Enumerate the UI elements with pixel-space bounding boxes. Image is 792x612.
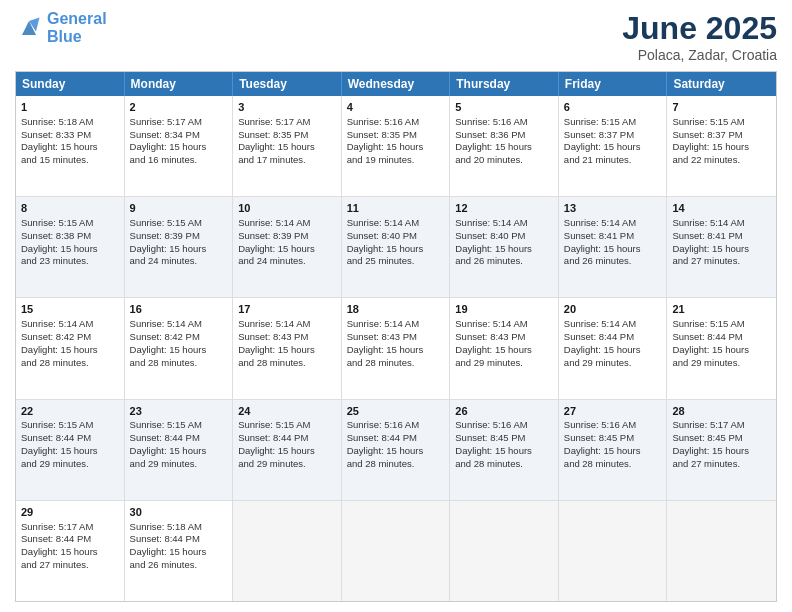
day-info-line: Daylight: 15 hours bbox=[564, 445, 662, 458]
day-info-line: Sunset: 8:37 PM bbox=[672, 129, 771, 142]
day-info-line: Sunset: 8:44 PM bbox=[130, 432, 228, 445]
day-info-line: Sunrise: 5:15 AM bbox=[21, 217, 119, 230]
day-info-line: Daylight: 15 hours bbox=[238, 445, 336, 458]
calendar-row: 8Sunrise: 5:15 AMSunset: 8:38 PMDaylight… bbox=[16, 197, 776, 298]
day-number: 19 bbox=[455, 302, 553, 317]
calendar-row: 1Sunrise: 5:18 AMSunset: 8:33 PMDaylight… bbox=[16, 96, 776, 197]
day-number: 25 bbox=[347, 404, 445, 419]
day-info-line: Daylight: 15 hours bbox=[130, 243, 228, 256]
day-info-line: and 28 minutes. bbox=[347, 458, 445, 471]
day-info-line: Sunset: 8:41 PM bbox=[672, 230, 771, 243]
day-info-line: Daylight: 15 hours bbox=[130, 445, 228, 458]
day-info-line: Sunset: 8:38 PM bbox=[21, 230, 119, 243]
calendar-cell: 1Sunrise: 5:18 AMSunset: 8:33 PMDaylight… bbox=[16, 96, 125, 196]
day-info-line: Daylight: 15 hours bbox=[238, 141, 336, 154]
day-info-line: Sunset: 8:39 PM bbox=[238, 230, 336, 243]
calendar-cell: 27Sunrise: 5:16 AMSunset: 8:45 PMDayligh… bbox=[559, 400, 668, 500]
calendar-cell bbox=[667, 501, 776, 601]
calendar-cell: 24Sunrise: 5:15 AMSunset: 8:44 PMDayligh… bbox=[233, 400, 342, 500]
day-info-line: Sunset: 8:39 PM bbox=[130, 230, 228, 243]
day-info-line: Daylight: 15 hours bbox=[347, 243, 445, 256]
day-number: 22 bbox=[21, 404, 119, 419]
calendar-cell: 10Sunrise: 5:14 AMSunset: 8:39 PMDayligh… bbox=[233, 197, 342, 297]
day-info-line: Sunset: 8:44 PM bbox=[238, 432, 336, 445]
day-info-line: and 27 minutes. bbox=[21, 559, 119, 572]
day-info-line: Daylight: 15 hours bbox=[238, 344, 336, 357]
calendar-cell: 30Sunrise: 5:18 AMSunset: 8:44 PMDayligh… bbox=[125, 501, 234, 601]
calendar-cell: 15Sunrise: 5:14 AMSunset: 8:42 PMDayligh… bbox=[16, 298, 125, 398]
calendar-cell: 28Sunrise: 5:17 AMSunset: 8:45 PMDayligh… bbox=[667, 400, 776, 500]
day-info-line: Daylight: 15 hours bbox=[672, 344, 771, 357]
day-info-line: Sunrise: 5:17 AM bbox=[238, 116, 336, 129]
day-info-line: and 16 minutes. bbox=[130, 154, 228, 167]
calendar-cell bbox=[233, 501, 342, 601]
calendar: SundayMondayTuesdayWednesdayThursdayFrid… bbox=[15, 71, 777, 602]
day-info-line: Sunrise: 5:14 AM bbox=[672, 217, 771, 230]
day-info-line: Daylight: 15 hours bbox=[21, 546, 119, 559]
day-info-line: and 19 minutes. bbox=[347, 154, 445, 167]
day-number: 10 bbox=[238, 201, 336, 216]
day-info-line: Daylight: 15 hours bbox=[21, 141, 119, 154]
day-number: 21 bbox=[672, 302, 771, 317]
day-info-line: and 26 minutes. bbox=[455, 255, 553, 268]
day-number: 5 bbox=[455, 100, 553, 115]
weekday-header: Thursday bbox=[450, 72, 559, 96]
calendar-cell: 6Sunrise: 5:15 AMSunset: 8:37 PMDaylight… bbox=[559, 96, 668, 196]
calendar-cell: 9Sunrise: 5:15 AMSunset: 8:39 PMDaylight… bbox=[125, 197, 234, 297]
day-info-line: and 28 minutes. bbox=[564, 458, 662, 471]
day-info-line: Daylight: 15 hours bbox=[130, 546, 228, 559]
day-info-line: and 28 minutes. bbox=[21, 357, 119, 370]
day-info-line: Sunset: 8:44 PM bbox=[564, 331, 662, 344]
calendar-cell: 23Sunrise: 5:15 AMSunset: 8:44 PMDayligh… bbox=[125, 400, 234, 500]
calendar-cell bbox=[342, 501, 451, 601]
calendar-cell: 22Sunrise: 5:15 AMSunset: 8:44 PMDayligh… bbox=[16, 400, 125, 500]
calendar-row: 15Sunrise: 5:14 AMSunset: 8:42 PMDayligh… bbox=[16, 298, 776, 399]
day-info-line: Daylight: 15 hours bbox=[347, 344, 445, 357]
day-info-line: Daylight: 15 hours bbox=[130, 344, 228, 357]
day-info-line: and 27 minutes. bbox=[672, 255, 771, 268]
day-info-line: Daylight: 15 hours bbox=[455, 445, 553, 458]
day-info-line: Daylight: 15 hours bbox=[21, 243, 119, 256]
day-info-line: Sunrise: 5:15 AM bbox=[564, 116, 662, 129]
day-info-line: Sunrise: 5:14 AM bbox=[238, 217, 336, 230]
weekday-header: Saturday bbox=[667, 72, 776, 96]
day-info-line: Daylight: 15 hours bbox=[672, 243, 771, 256]
calendar-cell: 14Sunrise: 5:14 AMSunset: 8:41 PMDayligh… bbox=[667, 197, 776, 297]
day-number: 27 bbox=[564, 404, 662, 419]
calendar-body: 1Sunrise: 5:18 AMSunset: 8:33 PMDaylight… bbox=[16, 96, 776, 601]
day-number: 2 bbox=[130, 100, 228, 115]
day-number: 8 bbox=[21, 201, 119, 216]
day-number: 13 bbox=[564, 201, 662, 216]
day-info-line: Sunset: 8:40 PM bbox=[347, 230, 445, 243]
calendar-cell: 19Sunrise: 5:14 AMSunset: 8:43 PMDayligh… bbox=[450, 298, 559, 398]
day-info-line: Sunset: 8:45 PM bbox=[564, 432, 662, 445]
day-number: 6 bbox=[564, 100, 662, 115]
logo-line1: General bbox=[47, 10, 107, 27]
day-info-line: Sunrise: 5:14 AM bbox=[455, 318, 553, 331]
day-info-line: Daylight: 15 hours bbox=[455, 243, 553, 256]
weekday-header: Wednesday bbox=[342, 72, 451, 96]
day-info-line: Daylight: 15 hours bbox=[347, 141, 445, 154]
logo-icon bbox=[15, 14, 43, 42]
title-block: June 2025 Polaca, Zadar, Croatia bbox=[622, 10, 777, 63]
calendar-cell: 16Sunrise: 5:14 AMSunset: 8:42 PMDayligh… bbox=[125, 298, 234, 398]
day-info-line: and 28 minutes. bbox=[238, 357, 336, 370]
day-info-line: and 15 minutes. bbox=[21, 154, 119, 167]
calendar-cell: 2Sunrise: 5:17 AMSunset: 8:34 PMDaylight… bbox=[125, 96, 234, 196]
day-info-line: Sunset: 8:44 PM bbox=[21, 533, 119, 546]
day-info-line: Daylight: 15 hours bbox=[672, 141, 771, 154]
day-info-line: Sunrise: 5:14 AM bbox=[564, 217, 662, 230]
main-title: June 2025 bbox=[622, 10, 777, 47]
day-info-line: and 24 minutes. bbox=[238, 255, 336, 268]
calendar-cell: 12Sunrise: 5:14 AMSunset: 8:40 PMDayligh… bbox=[450, 197, 559, 297]
day-info-line: Sunrise: 5:17 AM bbox=[672, 419, 771, 432]
day-info-line: Sunrise: 5:17 AM bbox=[130, 116, 228, 129]
day-info-line: and 29 minutes. bbox=[21, 458, 119, 471]
day-info-line: Sunrise: 5:15 AM bbox=[672, 116, 771, 129]
day-info-line: and 26 minutes. bbox=[130, 559, 228, 572]
day-info-line: Sunset: 8:43 PM bbox=[347, 331, 445, 344]
day-number: 29 bbox=[21, 505, 119, 520]
weekday-header: Tuesday bbox=[233, 72, 342, 96]
day-number: 7 bbox=[672, 100, 771, 115]
calendar-cell: 26Sunrise: 5:16 AMSunset: 8:45 PMDayligh… bbox=[450, 400, 559, 500]
